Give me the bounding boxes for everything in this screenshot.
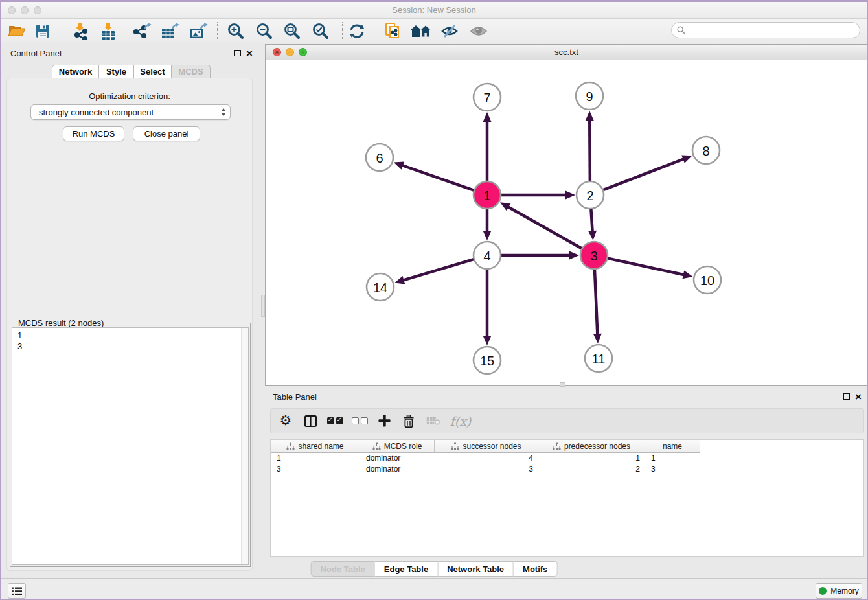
close-window-button[interactable] bbox=[8, 6, 16, 14]
memory-status-icon bbox=[819, 587, 827, 595]
mcds-result-groupbox: MCDS result (2 nodes) 1 3 bbox=[10, 323, 251, 567]
toolbar-separator bbox=[217, 22, 218, 40]
close-panel-button[interactable]: Close panel bbox=[133, 126, 200, 141]
table-row[interactable]: 3 dominator 3 2 3 bbox=[271, 464, 863, 475]
show-all-button[interactable] bbox=[467, 21, 490, 41]
delete-table-button[interactable] bbox=[421, 410, 446, 432]
graph-edge[interactable] bbox=[507, 206, 584, 249]
new-network-from-selection-button[interactable] bbox=[382, 21, 405, 41]
column-header-predecessor-nodes[interactable]: predecessor nodes bbox=[538, 440, 645, 453]
column-header-shared-name[interactable]: shared name bbox=[271, 440, 360, 453]
graph-edge-arrowhead bbox=[682, 271, 692, 279]
export-image-button[interactable] bbox=[187, 21, 211, 41]
mcds-result-list[interactable]: 1 3 bbox=[12, 327, 249, 565]
memory-button[interactable]: Memory bbox=[816, 583, 862, 599]
close-table-panel-icon[interactable] bbox=[855, 395, 863, 402]
network-view-window: × − + scc.txt 7968124314101511 bbox=[265, 44, 868, 386]
delete-column-button[interactable] bbox=[396, 410, 421, 432]
save-session-button[interactable] bbox=[31, 21, 54, 41]
tab-edge-table[interactable]: Edge Table bbox=[375, 561, 438, 577]
select-all-rows-button[interactable] bbox=[323, 410, 347, 432]
zoom-window-button[interactable] bbox=[34, 6, 41, 14]
node-table[interactable]: shared name MCDS role bbox=[270, 439, 864, 557]
result-scrollbar[interactable] bbox=[241, 328, 248, 564]
table-row[interactable]: 1 dominator 4 1 1 bbox=[271, 453, 863, 464]
task-history-button[interactable] bbox=[8, 583, 26, 599]
graph-edge[interactable] bbox=[589, 118, 590, 183]
trash-icon bbox=[403, 415, 415, 428]
graph-edge-arrowhead bbox=[483, 231, 492, 240]
graph-edge-arrowhead bbox=[586, 111, 594, 121]
import-table-button[interactable] bbox=[97, 21, 120, 41]
unchecked-box-icon bbox=[361, 417, 368, 424]
reset-home-button[interactable] bbox=[409, 21, 433, 41]
table-settings-button[interactable]: ⚙ bbox=[273, 410, 298, 432]
zoom-in-button[interactable] bbox=[224, 21, 247, 41]
zoom-out-button[interactable] bbox=[253, 21, 276, 41]
graph-edge[interactable] bbox=[602, 158, 686, 190]
search-field[interactable] bbox=[671, 22, 860, 38]
hide-selected-button[interactable] bbox=[438, 21, 461, 41]
hierarchy-icon bbox=[372, 442, 381, 450]
control-panel-title: Control Panel bbox=[10, 49, 62, 58]
graph-edge[interactable] bbox=[591, 207, 593, 233]
graph-edge-arrowhead bbox=[394, 276, 405, 284]
column-header-name[interactable]: name bbox=[645, 440, 700, 453]
network-graph[interactable]: 7968124314101511 bbox=[266, 60, 867, 385]
eye-slash-icon bbox=[441, 23, 458, 39]
table-panel-header: Table Panel bbox=[265, 389, 868, 406]
graph-edge[interactable] bbox=[402, 259, 475, 281]
checked-box-icon bbox=[336, 417, 343, 424]
export-network-button[interactable] bbox=[131, 21, 154, 41]
graph-edge[interactable] bbox=[400, 165, 475, 191]
optimization-criterion-select[interactable]: strongly connected component bbox=[30, 104, 231, 120]
zoom-fit-button[interactable] bbox=[280, 21, 304, 41]
tab-select[interactable]: Select bbox=[134, 65, 172, 78]
tab-mcds[interactable]: MCDS bbox=[172, 65, 211, 78]
maximize-network-button[interactable]: + bbox=[299, 48, 307, 56]
search-input[interactable] bbox=[689, 26, 860, 35]
minimize-network-button[interactable]: − bbox=[286, 48, 294, 56]
add-column-button[interactable] bbox=[372, 410, 396, 432]
column-header-successor-nodes[interactable]: successor nodes bbox=[435, 440, 538, 453]
export-table-icon bbox=[161, 23, 179, 40]
import-network-button[interactable] bbox=[69, 21, 92, 41]
optimization-criterion-label: Optimization criterion: bbox=[7, 91, 252, 101]
close-panel-icon[interactable] bbox=[246, 51, 254, 59]
app-titlebar: Session: New Session bbox=[1, 2, 867, 19]
graph-node-label: 4 bbox=[483, 249, 490, 263]
tab-node-table[interactable]: Node Table bbox=[311, 561, 375, 577]
export-table-button[interactable] bbox=[159, 21, 182, 41]
refresh-view-button[interactable] bbox=[345, 21, 369, 41]
tab-network-table[interactable]: Network Table bbox=[438, 561, 514, 577]
mcds-result-title: MCDS result (2 nodes) bbox=[16, 318, 106, 328]
cell-shared-name: 3 bbox=[271, 464, 360, 475]
deselect-all-rows-button[interactable] bbox=[347, 410, 372, 432]
graph-edge-arrowhead bbox=[394, 161, 404, 169]
graph-node-label: 6 bbox=[376, 151, 383, 165]
graph-edge-arrowhead bbox=[483, 336, 492, 345]
search-icon bbox=[677, 26, 685, 34]
splitter-grip-horizontal[interactable] bbox=[560, 382, 565, 387]
app-title: Session: New Session bbox=[1, 2, 867, 19]
function-builder-button[interactable]: f(x) bbox=[446, 410, 475, 432]
table-toolbar: ⚙ bbox=[270, 408, 864, 433]
close-network-button[interactable]: × bbox=[273, 48, 281, 56]
graph-edge[interactable] bbox=[606, 258, 686, 275]
float-table-panel-icon[interactable] bbox=[843, 393, 850, 400]
column-header-mcds-role[interactable]: MCDS role bbox=[360, 440, 435, 453]
toolbar-separator bbox=[62, 22, 62, 40]
show-columns-button[interactable] bbox=[298, 410, 323, 432]
tab-network[interactable]: Network bbox=[52, 65, 99, 78]
graph-edge[interactable] bbox=[595, 268, 598, 336]
tab-motifs[interactable]: Motifs bbox=[514, 561, 557, 577]
graph-node-label: 2 bbox=[586, 189, 593, 203]
minimize-window-button[interactable] bbox=[21, 6, 29, 14]
float-panel-icon[interactable] bbox=[234, 50, 241, 56]
tab-style[interactable]: Style bbox=[99, 65, 134, 78]
list-icon bbox=[12, 587, 22, 595]
zoom-selected-button[interactable] bbox=[309, 21, 332, 41]
run-mcds-button[interactable]: Run MCDS bbox=[63, 126, 124, 141]
splitter-grip-vertical[interactable] bbox=[261, 295, 265, 317]
open-session-button[interactable] bbox=[5, 21, 29, 41]
